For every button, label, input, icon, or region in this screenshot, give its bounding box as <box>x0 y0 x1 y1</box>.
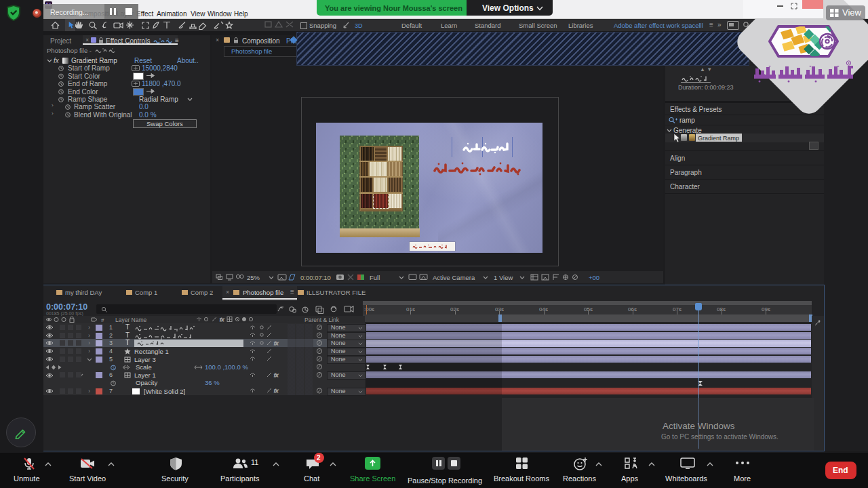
svg-text:#: # <box>101 317 104 323</box>
svg-text:fx: fx <box>274 372 279 378</box>
svg-text:3D: 3D <box>355 22 363 29</box>
svg-text:fx: fx <box>274 340 279 346</box>
svg-text:fx: fx <box>220 317 224 323</box>
svg-text:fx: fx <box>274 388 279 394</box>
